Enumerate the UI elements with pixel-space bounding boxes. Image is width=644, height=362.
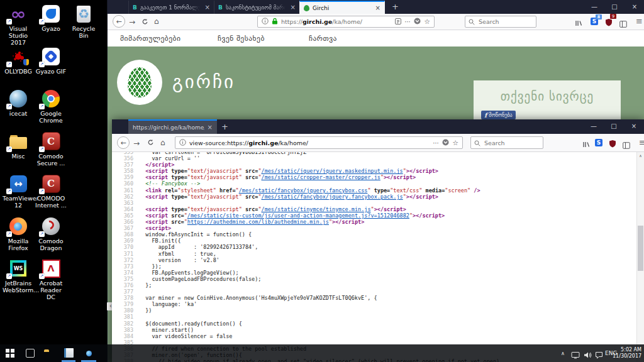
girchi-logo[interactable] bbox=[117, 60, 162, 105]
notepad-button[interactable] bbox=[64, 348, 74, 358]
girchi-menu-item-1[interactable]: მიმართულებები bbox=[120, 34, 180, 43]
desktop-icon-icecat[interactable]: ↗icecat bbox=[3, 89, 34, 117]
search-icon bbox=[469, 16, 475, 28]
source-link[interactable]: /mes/static/jquery/jquery.maskedinput.mi… bbox=[262, 168, 403, 174]
close-button[interactable]: × bbox=[625, 0, 644, 13]
network-icon[interactable] bbox=[571, 349, 580, 361]
search-bar[interactable] bbox=[470, 136, 543, 149]
bookmark-star-icon[interactable]: ☆ bbox=[452, 139, 458, 147]
reader-mode-icon[interactable] bbox=[395, 18, 401, 26]
minimize-button[interactable]: — bbox=[584, 0, 604, 13]
info-icon[interactable] bbox=[179, 139, 186, 147]
tab-close-icon[interactable]: × bbox=[205, 4, 210, 11]
scrollbar-thumb[interactable] bbox=[638, 226, 643, 271]
pocket-icon[interactable] bbox=[442, 139, 449, 147]
info-icon[interactable] bbox=[262, 18, 269, 26]
shortcut-arrow-icon: ↗ bbox=[39, 104, 45, 109]
page-actions-icon[interactable]: ⋯ bbox=[433, 140, 439, 146]
source-link[interactable]: /mes/static/fancybox/jquery.fancybox.pac… bbox=[262, 194, 403, 200]
desktop-icon-comodo-dragon[interactable]: ↗Comodo Dragon bbox=[35, 216, 67, 251]
pocket-icon[interactable] bbox=[414, 18, 421, 26]
girchi-favicon-icon bbox=[304, 5, 309, 11]
tab-viewsource[interactable]: https://girchi.ge/ka/home/ × bbox=[128, 119, 217, 134]
source-link[interactable]: /mes/static/fancybox/jquery.fancybox.css bbox=[239, 187, 368, 194]
desktop-icon-label: Acrobat Reader DC bbox=[35, 280, 67, 300]
source-link[interactable]: /mes/static/site-custom/js/user-and-acti… bbox=[187, 212, 409, 219]
sidebar-icon[interactable] bbox=[623, 140, 630, 151]
vertical-scrollbar[interactable]: ∧ bbox=[636, 151, 644, 362]
maximize-button[interactable]: □ bbox=[604, 0, 625, 13]
source-link[interactable]: /mes/static/cropper-master/cropper.js bbox=[262, 174, 380, 180]
sidebar-icon[interactable] bbox=[619, 18, 627, 30]
home-button[interactable]: ⌂ bbox=[154, 18, 159, 25]
minimize-button[interactable]: — bbox=[584, 119, 604, 133]
desktop-icon-mozilla-firefox[interactable]: ↗Mozilla Firefox bbox=[3, 216, 34, 251]
bookmark-star-icon[interactable]: ☆ bbox=[424, 18, 430, 26]
desktop-icon-recycle-bin[interactable]: ♻Recycle Bin bbox=[68, 4, 99, 39]
girchi-menu-item-2[interactable]: ჩვენ შესახებ bbox=[218, 34, 265, 43]
desktop-icon-jetbrains-webstorm[interactable]: WS↗JetBrains WebStorm... bbox=[3, 258, 34, 293]
girchi-menu-item-3[interactable]: ჩართვა bbox=[309, 34, 337, 43]
task-view-button[interactable] bbox=[26, 349, 35, 358]
forward-button[interactable]: → bbox=[129, 18, 135, 26]
tray-expand-chevron[interactable]: ∧ bbox=[561, 351, 565, 356]
back-button[interactable]: ← bbox=[117, 136, 130, 149]
line-number: 376 bbox=[112, 282, 139, 288]
scroll-up-icon[interactable]: ∧ bbox=[637, 153, 644, 158]
line-number: 356 bbox=[112, 155, 139, 162]
url-bar[interactable]: https://girchi.ge/ka/home/ ⋯ ☆ bbox=[257, 16, 435, 28]
search-bar[interactable] bbox=[465, 16, 536, 28]
new-tab-button[interactable]: + bbox=[221, 122, 228, 131]
desktop-icon-misc[interactable]: ↗Misc bbox=[3, 131, 34, 160]
volume-icon[interactable] bbox=[584, 349, 592, 361]
new-tab-button[interactable]: + bbox=[392, 2, 399, 11]
search-input[interactable] bbox=[483, 139, 540, 147]
desktop-icon-gyazo[interactable]: ↗Gyazo bbox=[35, 4, 67, 32]
source-line-371: 371 xfbml : true, bbox=[112, 251, 637, 257]
desktop-icon-visual-studio-2017[interactable]: ∞↗Visual Studio 2017 bbox=[3, 4, 34, 46]
library-icon[interactable] bbox=[582, 139, 590, 151]
extension-s-icon[interactable]: S bbox=[595, 139, 602, 146]
comodo-internet-icon: C↗ bbox=[35, 173, 67, 194]
clock[interactable]: 5:02 AM 11/30/2017 bbox=[613, 347, 641, 359]
hamburger-menu-icon[interactable]: ≡ bbox=[636, 16, 643, 26]
extension-s-icon[interactable]: S8 bbox=[591, 18, 598, 25]
desktop-icon-comodo-secure[interactable]: C↗Comodo Secure ... bbox=[35, 131, 67, 167]
action-center-icon[interactable] bbox=[595, 349, 603, 361]
desktop-icon-ollydbg[interactable]: ↗OLLYDBG bbox=[3, 47, 34, 75]
reload-button[interactable] bbox=[147, 139, 154, 147]
source-link[interactable]: https://authedmine.com/lib/authedmine.mi… bbox=[187, 219, 329, 225]
home-button[interactable]: ⌂ bbox=[160, 139, 165, 146]
hamburger-menu-icon[interactable]: ≡ bbox=[639, 138, 644, 147]
url-bar[interactable]: view-source:https://girchi.ge/ka/home/ ⋯… bbox=[175, 136, 463, 149]
tab-2[interactable]: Bსაკონსტიტუციომ მარიხუან× bbox=[214, 1, 299, 14]
forward-button[interactable]: → bbox=[133, 140, 140, 147]
line-number: 380 bbox=[112, 307, 139, 314]
back-button[interactable]: ← bbox=[113, 15, 125, 28]
desktop-icon-teamviewer-12[interactable]: ↔↗TeamViewer 12 bbox=[3, 173, 34, 209]
google-chrome-icon: ↗ bbox=[35, 89, 67, 109]
desktop-icon-acrobat-reader-dc[interactable]: Λ↗Acrobat Reader DC bbox=[35, 258, 67, 300]
tab-close-icon[interactable]: × bbox=[375, 4, 380, 11]
close-button[interactable]: × bbox=[624, 119, 644, 133]
reload-button[interactable] bbox=[142, 18, 148, 26]
library-icon[interactable] bbox=[575, 18, 582, 30]
desktop-icon-google-chrome[interactable]: ↗Google Chrome bbox=[35, 89, 67, 124]
tab-3[interactable]: Girchi× bbox=[299, 1, 385, 14]
ublock-shield-icon[interactable]: 9 bbox=[605, 17, 613, 29]
lock-icon bbox=[272, 18, 278, 26]
facebook-like-button[interactable]: fმოწონება bbox=[481, 111, 516, 119]
tab-close-icon[interactable]: × bbox=[291, 4, 296, 11]
line-number: 363 bbox=[112, 200, 139, 206]
tab-close-icon[interactable]: × bbox=[208, 124, 213, 131]
maximize-button[interactable]: □ bbox=[604, 119, 624, 133]
desktop-icon-gyazo-gif[interactable]: ↗Gyazo GIF bbox=[35, 47, 67, 75]
search-input[interactable] bbox=[477, 18, 533, 26]
start-button[interactable] bbox=[6, 349, 9, 353]
desktop-icon-comodo-internet[interactable]: C↗COMODO Internet ... bbox=[35, 173, 67, 209]
source-line-362: 362 <script type="text/javascript" src="… bbox=[112, 194, 637, 200]
page-actions-icon[interactable]: ⋯ bbox=[404, 18, 411, 25]
ublock-shield-icon[interactable] bbox=[609, 138, 616, 150]
source-link[interactable]: /mes/static/tinymce/tinymce.min.js bbox=[262, 206, 371, 212]
tab-1[interactable]: Bგააკეთეთ 1 ნორმალური ფ× bbox=[128, 1, 214, 14]
